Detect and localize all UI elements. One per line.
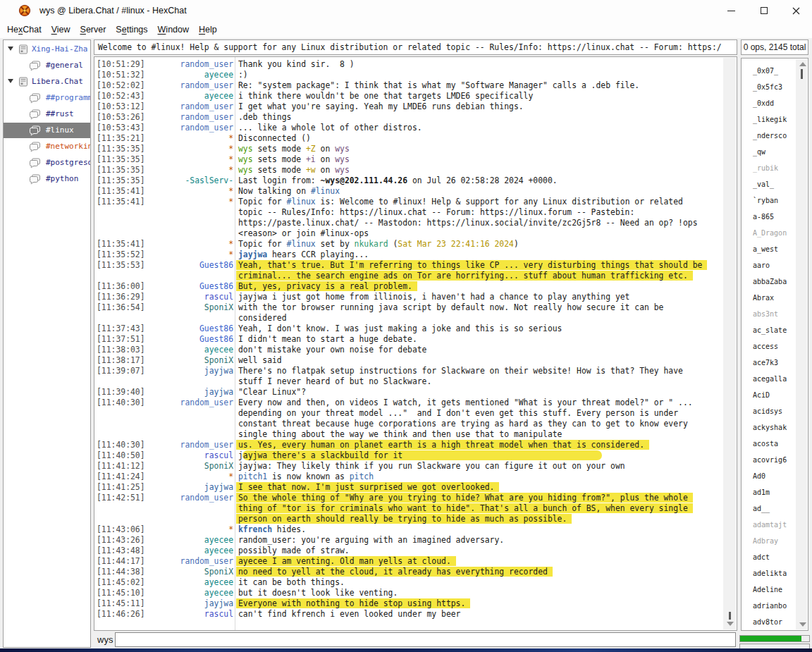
user-list-item[interactable]: AciD [753, 387, 770, 403]
tree-channel--linux[interactable]: #linux [4, 123, 90, 138]
user-list-item[interactable]: A_Dragon [753, 225, 787, 241]
message-segment: possibly made of straw. [238, 546, 350, 555]
message-segment: +Z [306, 144, 316, 154]
message: Now talking on #linux [233, 186, 340, 197]
timestamp: [11:38:17] [94, 355, 146, 366]
own-nick-label[interactable]: wys [97, 634, 113, 645]
userlist-scroll-up-icon[interactable] [799, 62, 806, 66]
user-list-item[interactable]: ac_slate [753, 322, 787, 338]
menu-window[interactable]: Window [153, 21, 194, 38]
user-list-item[interactable]: _0x5fc3 [753, 79, 782, 95]
user-list-item[interactable]: Ad0 [753, 468, 765, 484]
user-list-item[interactable]: aaro [753, 257, 770, 273]
menu-help[interactable]: Help [194, 21, 222, 38]
chat-row: constant threat because huge corporation… [94, 419, 724, 429]
nick: * [146, 186, 233, 197]
timestamp [94, 503, 146, 514]
message-segment: is now known as [267, 472, 350, 481]
topic-input[interactable]: Welcome to #linux! Help & support for an… [94, 39, 737, 55]
user-list-item[interactable]: a_west [753, 241, 778, 257]
tree-channel--programm[interactable]: ##programm [4, 90, 90, 106]
menu-settings[interactable]: Settings [111, 21, 152, 38]
message: jayjwa hears CCR playing... [233, 250, 369, 260]
nick [146, 218, 233, 228]
user-list-item[interactable]: a-865 [753, 209, 774, 225]
nick: * [146, 524, 233, 535]
user-list-item[interactable]: _val_ [753, 176, 774, 192]
user-list-item[interactable]: acovrig6 [753, 452, 787, 468]
menu-view[interactable]: View [47, 21, 75, 38]
nick: jayjwa [146, 598, 233, 609]
user-list-item[interactable]: acegalla [753, 371, 787, 387]
close-button[interactable] [780, 0, 812, 21]
menu-server[interactable]: Server [75, 21, 111, 38]
message-input[interactable] [115, 632, 736, 647]
tree-channel--python[interactable]: #python [4, 171, 90, 187]
user-list-item[interactable]: ace7k3 [753, 355, 778, 371]
user-list-item[interactable]: ad__ [753, 500, 770, 517]
message: :) [233, 70, 248, 80]
user-list-item[interactable]: access [753, 338, 778, 355]
user-list-item[interactable]: _ndersco [753, 128, 787, 144]
nick [146, 313, 233, 324]
message: but it doesn't look like venting. [233, 588, 398, 598]
timestamp: [11:44:38] [94, 567, 146, 577]
tree-channel--rust[interactable]: ##rust [4, 106, 90, 122]
tree-channel--networkin[interactable]: #networkin [4, 139, 90, 154]
user-list-item[interactable]: `ryban [753, 192, 778, 209]
user-list-item[interactable]: _likegik [753, 111, 787, 128]
message: "Clear Linux"? [233, 387, 306, 398]
window-title: wys @ Libera.Chat / #linux - HexChat [39, 6, 187, 16]
user-list-item[interactable]: acidsys [753, 403, 782, 419]
message: Thank you kind sir. 8 ) [233, 59, 355, 70]
nick: jayjwa [146, 482, 233, 493]
userlist-scrollbar[interactable] [796, 59, 807, 629]
chat-row: [11:37:43]Guest86Yeah, I don't know. I w… [94, 324, 724, 334]
user-list-item[interactable]: Adeline [753, 582, 782, 598]
user-list-item[interactable]: adv8tor [753, 614, 782, 630]
expander-icon[interactable] [8, 79, 13, 83]
chat-scroll-down-icon[interactable] [727, 622, 734, 626]
user-list-item[interactable]: Adbray [753, 533, 778, 549]
user-list-item[interactable]: adamtajt [753, 517, 787, 533]
timestamp: [11:45:10] [94, 588, 146, 598]
message: I see that now. I'm just surprised we go… [233, 482, 494, 493]
tree-channel--postgresq[interactable]: #postgresq [4, 155, 90, 171]
user-list-item[interactable]: abbaZaba [753, 273, 787, 290]
chat-row: [11:38:03]ayeceedon't mistake your own n… [94, 345, 724, 355]
timestamp: [11:42:51] [94, 493, 146, 503]
user-list: _0x07__0x5fc3_0xdd_likegik_ndersco_qw_ru… [741, 58, 808, 631]
user-list-item[interactable]: Abrax [753, 290, 774, 306]
user-list-item[interactable]: abs3nt [753, 306, 778, 322]
tree-channel--general[interactable]: #general [4, 58, 90, 73]
message: .deb things [233, 112, 291, 123]
chat-scrollbar-thumb[interactable] [729, 612, 731, 620]
user-list-item[interactable]: _0xdd [753, 95, 774, 111]
message-segment: pitch1 [238, 472, 267, 481]
message: person on earth should really be trying … [233, 514, 567, 524]
user-list-item[interactable]: adct [753, 549, 770, 565]
minimize-button[interactable] [715, 0, 747, 21]
chat-row: [11:45:10]ayeceebut it doesn't look like… [94, 588, 724, 598]
chat-row: [11:38:17]SponiXwell said [94, 355, 724, 366]
user-list-item[interactable]: adelikta [753, 565, 787, 582]
user-list-item[interactable]: acosta [753, 436, 778, 452]
userlist-scroll-down-icon[interactable] [799, 622, 806, 627]
user-list-item[interactable]: _qw [753, 144, 765, 160]
menu-hexchat[interactable]: HexChat [2, 21, 47, 38]
message: I didn't mean to start a huge debate. [233, 334, 417, 345]
user-list-item[interactable]: _rubik [753, 160, 778, 176]
maximize-button[interactable] [748, 0, 780, 21]
user-list-item[interactable]: adrianbo [753, 598, 787, 614]
message-segment: kfrench [238, 524, 272, 534]
tree-network-xing-hai-zha[interactable]: Xing-Hai-Zha [4, 42, 90, 57]
userlist-scrollbar-thumb[interactable] [801, 69, 803, 79]
user-list-item[interactable]: ad1m [753, 484, 770, 500]
message: I get what you're saying. Yeah my LMDE6 … [233, 102, 524, 112]
chat-scrollbar[interactable] [723, 58, 736, 629]
tree-network-libera-chat[interactable]: Libera.Chat [4, 74, 90, 90]
nick [146, 271, 233, 281]
expander-icon[interactable] [8, 47, 13, 51]
user-list-item[interactable]: ackyshak [753, 419, 787, 436]
user-list-item[interactable]: _0x07_ [753, 63, 778, 79]
